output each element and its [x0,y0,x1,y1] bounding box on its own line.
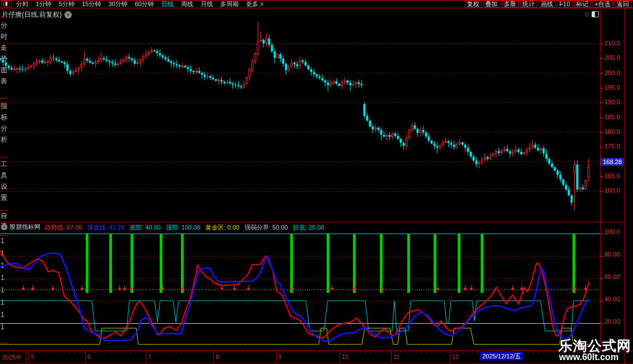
indicator-field: 强弱分界: 50.00 [244,224,288,231]
tab-60分钟[interactable]: 60分钟 [135,0,154,8]
button-标记[interactable]: 标记 [574,1,591,8]
tab-多周期[interactable]: 多周期 [220,0,239,8]
toolbar-right-buttons: 复权叠加多股统计画线F10标记+自选返回 [465,1,631,8]
axis-month-label: 11 [393,353,399,360]
axis-month-label: 5 [31,353,34,360]
button-画线[interactable]: 画线 [539,1,556,8]
axis-month-label: 8 [216,353,219,360]
axis-tick-label: 20.00 [602,318,623,325]
axis-month-label: 9 [278,353,282,360]
chart-canvas[interactable] [0,0,633,364]
button-复权[interactable]: 复权 [465,1,482,8]
app-window: ◨ 分时1分钟5分钟15分钟30分钟60分钟日线周线月线多周期更多 > 复权叠加… [0,0,633,364]
tab-更多 >[interactable]: 更多 > [246,0,263,8]
axis-tick-label: 180.0 [602,128,623,135]
axis-tick-label: 165.0 [602,172,623,179]
tab-15分钟[interactable]: 15分钟 [82,0,101,8]
axis-month-label: 6 [87,353,91,360]
corner-icons: ◇ [585,11,599,17]
axis-tick-label: 195.0 [602,84,623,91]
axis-tick-label: 60.00 [602,273,623,280]
axis-tick-label: 80.00 [602,251,623,258]
indicator-field: 趋势线: 57.00 [45,224,82,231]
indicator-fields: 趋势线: 57.00操盘线: 41.28底部: 40.00顶部: 100.00黄… [45,222,329,232]
axis-year-label: 2025年 [2,353,22,362]
axis-tick-label: 205.0 [602,54,623,61]
split-pane-icon[interactable] [592,11,599,17]
cursor-date-cell: 2025/12/12/五 [480,352,524,361]
indicator-collapse-icon[interactable]: ∨ [1,224,7,230]
indicator-field: 操盘线: 41.28 [87,224,125,231]
indicator-field: 抄底: 20.00 [293,224,324,231]
axis-tick-label: 190.0 [602,99,623,105]
indicator-name[interactable]: 股朋指标网 [10,223,40,231]
tab-5分钟[interactable]: 5分钟 [59,0,75,8]
axis-month-label: 10 [342,353,348,360]
indicator-header: ∨ 股朋指标网 趋势线: 57.00操盘线: 41.28底部: 40.00顶部:… [1,223,329,231]
button-多股[interactable]: 多股 [502,1,519,8]
indicator-field: 黄金区: 0.00 [206,224,240,231]
chart-title: 片仔癀(日线.前复权) [2,10,62,20]
title-dropdown-icon[interactable]: ∨ [64,11,72,18]
axis-tick-label: 210.0 [602,40,623,46]
chart-title-row: 片仔癀(日线.前复权) ∨ [2,10,72,19]
button-统计[interactable]: 统计 [520,1,537,8]
button-F10[interactable]: F10 [557,1,573,8]
layout-icon[interactable]: ◨ [1,1,10,7]
period-tabs: 分时1分钟5分钟15分钟30分钟60分钟日线周线月线多周期更多 > [16,0,271,8]
tab-30分钟[interactable]: 30分钟 [109,0,128,8]
axis-month-label: 12 [452,353,459,360]
last-price-badge: 168.28 [601,158,624,166]
button-+自选[interactable]: +自选 [593,1,613,8]
diamond-icon[interactable]: ◇ [585,11,589,17]
tab-周线[interactable]: 周线 [181,0,193,8]
tab-日线[interactable]: 日线 [161,0,174,8]
tab-分时[interactable]: 分时 [16,0,29,8]
axis-tick-label: 200.0 [602,69,623,76]
axis-month-label: 7 [148,353,151,360]
tab-1分钟[interactable]: 1分钟 [36,0,52,8]
axis-tick-label: 160.0 [602,187,623,194]
axis-tick-label: 185.0 [602,114,623,120]
axis-tick-label: 175.0 [602,143,623,150]
toolbar-separator [11,0,12,8]
axis-tick-label: 100.0 [602,228,623,235]
tab-月线[interactable]: 月线 [201,0,213,8]
watermark-site-url: www.60lt.com [559,352,618,362]
axis-tick-label: 40.00 [602,296,623,302]
button-返回[interactable]: 返回 [615,1,631,8]
indicator-field: 底部: 40.00 [129,224,161,231]
indicator-field: 顶部: 100.00 [166,224,201,231]
button-叠加[interactable]: 叠加 [483,1,500,8]
